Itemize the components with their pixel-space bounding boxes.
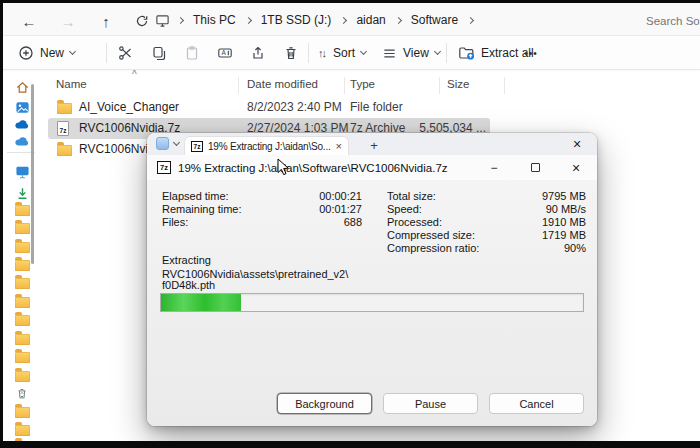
tab-close-icon[interactable]: × <box>336 141 342 151</box>
cut-icon <box>118 45 134 61</box>
extraction-tab[interactable]: 7z 19% Extracting J:\aidan\So... × <box>184 136 349 155</box>
sidebar-item-folder[interactable] <box>13 311 31 329</box>
stat-label: Compressed size: <box>387 229 475 242</box>
forward-icon: → <box>61 13 76 30</box>
tab-title: 19% Extracting J:\aidan\So... <box>208 141 331 152</box>
cut-button[interactable] <box>112 41 140 65</box>
refresh-button[interactable] <box>129 9 155 33</box>
folder-icon <box>15 223 30 234</box>
share-icon <box>250 45 266 61</box>
stat-value: 688 <box>344 216 362 229</box>
chevron-down-icon <box>173 138 180 145</box>
more-options-button[interactable]: ••• <box>518 41 544 65</box>
share-button[interactable] <box>244 41 272 65</box>
cancel-button[interactable]: Cancel <box>489 393 584 414</box>
pause-button[interactable]: Pause <box>383 393 478 414</box>
copy-button[interactable] <box>145 41 173 65</box>
breadcrumb-aidan[interactable]: aidan <box>354 11 387 29</box>
breadcrumb-this-pc[interactable]: This PC <box>191 11 238 29</box>
background-button[interactable]: Background <box>277 393 372 414</box>
tabstrip-close-button[interactable]: × <box>567 135 587 153</box>
gallery-icon <box>15 100 30 115</box>
new-button[interactable]: New <box>14 41 79 65</box>
sidebar-item-folder[interactable] <box>13 238 31 256</box>
minimize-button[interactable]: − <box>483 158 505 178</box>
maximize-button[interactable] <box>524 158 546 178</box>
rename-icon: A <box>217 45 233 61</box>
search-input[interactable] <box>646 11 700 31</box>
folder-icon <box>15 352 30 363</box>
forward-button[interactable]: → <box>55 9 81 33</box>
plus-circle-icon <box>18 45 34 61</box>
table-row[interactable]: AI_Voice_Changer 8/2/2023 2:40 PM File f… <box>0 97 560 118</box>
sidebar-item-folder[interactable] <box>13 330 31 348</box>
window-tab-strip: 7z 19% Extracting J:\aidan\So... × + × <box>147 133 597 155</box>
stats-left: Elapsed time:00:00:21 Remaining time:00:… <box>162 190 362 229</box>
sort-button-label: Sort <box>333 46 355 60</box>
rename-button[interactable]: A <box>211 41 239 65</box>
sidebar-item-folder[interactable] <box>13 367 31 385</box>
refresh-icon <box>135 14 149 28</box>
seven-zip-icon: 7z <box>157 161 171 174</box>
column-separator[interactable] <box>439 77 440 94</box>
view-button-label: View <box>403 46 429 60</box>
back-button[interactable]: ← <box>16 9 42 33</box>
chevron-right-icon <box>395 16 402 23</box>
downloads-icon <box>15 186 30 201</box>
paste-button[interactable] <box>178 41 206 65</box>
sidebar-item-folder[interactable] <box>13 403 31 421</box>
column-separator[interactable] <box>344 77 345 94</box>
folder-icon <box>57 145 72 156</box>
toolbar-divider <box>106 43 107 63</box>
folder-icon <box>57 103 72 114</box>
sidebar-item-downloads[interactable] <box>13 184 31 202</box>
close-icon: × <box>573 136 581 152</box>
minimize-icon: − <box>490 161 497 175</box>
sort-button[interactable]: ↑↓ Sort <box>314 41 370 65</box>
copy-icon <box>151 45 167 61</box>
folder-icon <box>15 278 30 289</box>
paste-icon <box>184 45 200 61</box>
window-title: 19% Extracting J:\aidan\Software\RVC1006… <box>178 162 476 174</box>
breadcrumb-drive[interactable]: 1TB SSD (J:) <box>259 11 334 29</box>
up-button[interactable]: ↑ <box>93 9 119 33</box>
window-title-bar: 7z 19% Extracting J:\aidan\Software\RVC1… <box>147 155 597 180</box>
close-button[interactable]: × <box>565 158 587 178</box>
sidebar-item-folder[interactable] <box>13 274 31 292</box>
sidebar-item-folder[interactable] <box>13 256 31 274</box>
view-button[interactable]: View <box>378 41 444 65</box>
extraction-dialog-body: Elapsed time:00:00:21 Remaining time:00:… <box>147 180 597 426</box>
tab-launcher-button[interactable] <box>156 137 179 150</box>
seven-zip-window: 7z 19% Extracting J:\aidan\So... × + × 7… <box>147 133 597 426</box>
new-tab-button[interactable]: + <box>365 136 383 154</box>
column-separator[interactable] <box>504 77 505 94</box>
file-type: File folder <box>350 100 403 114</box>
sidebar-item-onedrive[interactable] <box>13 115 31 133</box>
stat-label: Processed: <box>387 216 442 229</box>
rail-scrollbar[interactable] <box>31 84 34 264</box>
frame-border-bottom <box>0 441 700 448</box>
sidebar-item-folder[interactable] <box>13 293 31 311</box>
sidebar-item-folder[interactable] <box>13 219 31 237</box>
sidebar-item-cloud[interactable] <box>13 132 31 150</box>
sidebar-item-folder[interactable] <box>13 201 31 219</box>
sidebar-item-gallery[interactable] <box>13 98 31 116</box>
sidebar-item-folder[interactable] <box>13 348 31 366</box>
stat-label: Remaining time: <box>162 203 241 216</box>
folder-icon <box>15 205 30 216</box>
sidebar-item-home[interactable] <box>13 78 31 96</box>
column-header-name[interactable]: Name <box>56 78 87 90</box>
folder-icon <box>15 425 30 436</box>
column-header-type[interactable]: Type <box>350 78 375 90</box>
column-separator[interactable] <box>238 77 239 94</box>
sidebar-item-recycle-bin[interactable] <box>13 384 31 402</box>
delete-button[interactable] <box>277 41 305 65</box>
stat-value: 00:01:27 <box>319 203 362 216</box>
folder-icon <box>15 297 30 308</box>
breadcrumb-software[interactable]: Software <box>409 11 460 29</box>
this-pc-icon <box>155 13 170 28</box>
sidebar-item-desktop[interactable] <box>13 163 31 181</box>
column-header-date[interactable]: Date modified <box>247 78 318 90</box>
action-label: Extracting <box>162 254 211 266</box>
column-header-size[interactable]: Size <box>447 78 469 90</box>
